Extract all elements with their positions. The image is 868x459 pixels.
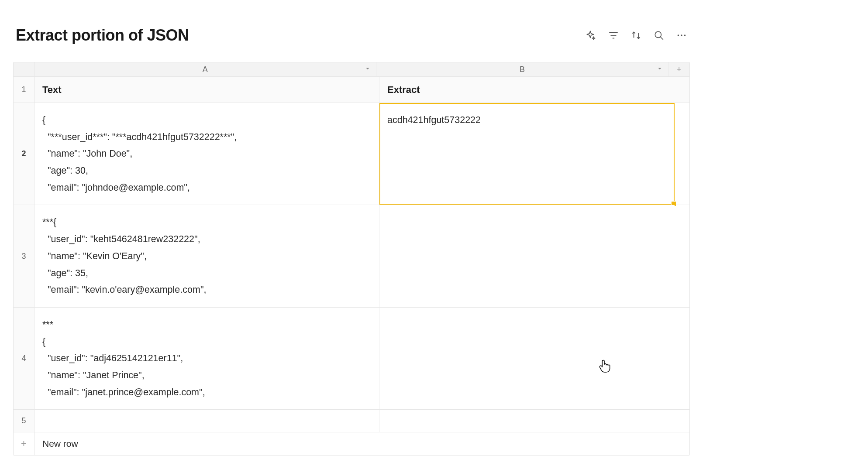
table-row: 2 { "***user_id***": "***acdh421hfgut573… <box>14 103 689 205</box>
search-icon[interactable] <box>653 30 665 41</box>
column-header-b[interactable]: B <box>376 62 669 76</box>
data-grid: A B + 1 Text Extract 2 { "* <box>13 62 690 456</box>
add-column-button[interactable]: + <box>668 62 689 76</box>
row-number[interactable]: 3 <box>14 205 34 307</box>
header-cell-text[interactable]: Text <box>34 77 379 103</box>
svg-point-7 <box>684 34 685 36</box>
header-cell-extract[interactable]: Extract <box>379 77 675 103</box>
corner-cell[interactable] <box>14 62 34 76</box>
row-number[interactable]: 5 <box>14 410 34 432</box>
svg-point-5 <box>678 34 679 36</box>
svg-point-6 <box>681 34 682 36</box>
chevron-down-icon[interactable] <box>657 66 663 73</box>
table-row: 5 <box>14 410 689 432</box>
page-title: Extract portion of JSON <box>16 26 189 45</box>
new-row[interactable]: + New row <box>14 432 689 455</box>
row-number[interactable]: 4 <box>14 308 34 409</box>
chevron-down-icon[interactable] <box>365 66 371 73</box>
cell-text[interactable] <box>34 410 379 432</box>
table-row: 3 ***{ "user_id": "keht5462481rew232222"… <box>14 205 689 307</box>
plus-icon: + <box>677 65 682 74</box>
cell-text[interactable]: { "***user_id***": "***acdh421hfgut57322… <box>34 103 379 205</box>
row-number[interactable]: 2 <box>14 103 34 205</box>
filter-icon[interactable] <box>608 30 619 41</box>
cell-text[interactable]: *** { "user_id": "adj4625142121er11", "n… <box>34 308 379 409</box>
svg-point-3 <box>655 31 661 38</box>
more-icon[interactable] <box>676 30 687 41</box>
column-header-a[interactable]: A <box>34 62 376 76</box>
plus-icon: + <box>14 432 34 455</box>
column-letter: A <box>203 65 208 74</box>
new-row-label: New row <box>34 432 689 455</box>
toolbar <box>585 30 687 41</box>
column-letter-row: A B + <box>14 62 689 77</box>
svg-line-4 <box>661 37 663 40</box>
cell-extract[interactable]: acdh421hfgut5732222 <box>379 103 675 205</box>
sort-icon[interactable] <box>630 30 642 41</box>
column-letter: B <box>520 65 525 74</box>
table-row: 4 *** { "user_id": "adj4625142121er11", … <box>14 308 689 410</box>
cell-text[interactable]: ***{ "user_id": "keht5462481rew232222", … <box>34 205 379 307</box>
sparkle-icon[interactable] <box>585 30 596 41</box>
row-number[interactable]: 1 <box>14 77 34 103</box>
cell-extract[interactable] <box>379 205 675 307</box>
cell-extract[interactable] <box>379 410 675 432</box>
header-row: 1 Text Extract <box>14 77 689 103</box>
cell-extract[interactable] <box>379 308 675 409</box>
